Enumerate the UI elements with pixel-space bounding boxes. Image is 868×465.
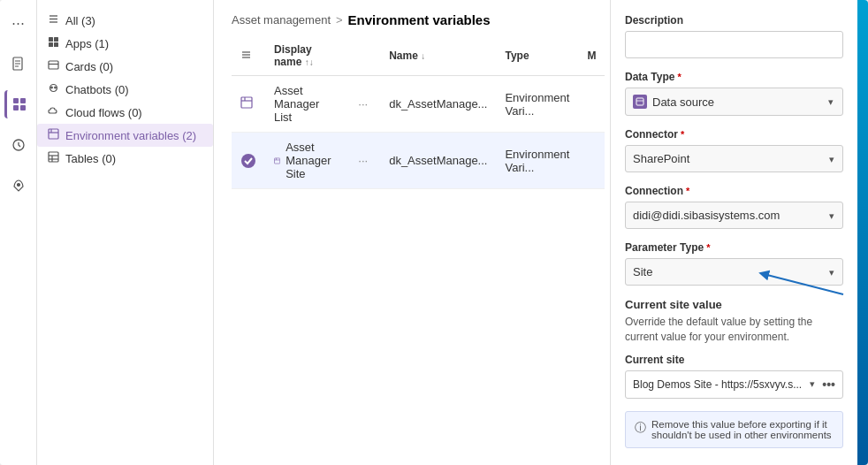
sidebar-item-cloud-flows[interactable]: Cloud flows (0) [37,101,213,124]
sidebar: All (3) Apps (1) Cards (0) Chatbots (0) … [37,0,214,465]
svg-rect-14 [54,37,58,42]
sidebar-item-tables[interactable]: Tables (0) [37,147,213,170]
table-cell-m-2 [578,133,605,189]
current-site-chevron-icon[interactable]: ▾ [810,378,815,390]
svg-rect-7 [20,105,26,111]
current-site-field: Current site Blog Demos Site - https://5… [625,354,843,399]
breadcrumb-parent[interactable]: Asset management [232,13,331,27]
table-header-name[interactable]: Name ↓ [380,36,496,76]
svg-rect-36 [275,157,280,163]
sidebar-item-env-vars[interactable]: Environment variables (2) [37,124,213,147]
icon-bar-page[interactable] [4,50,33,78]
svg-rect-25 [49,152,58,162]
icon-bar: ⋯ [0,0,37,465]
sidebar-item-all[interactable]: All (3) [37,9,213,32]
blue-edge [857,0,868,465]
table-row[interactable]: Asset Manager Site ··· dk_AssetManage...… [232,133,605,189]
svg-point-20 [51,87,53,88]
current-site-value-section: Current site value Override the default … [625,298,843,345]
table-header-spacer [346,36,380,76]
data-type-value: Data source [652,95,714,109]
sidebar-item-cards[interactable]: Cards (0) [37,55,213,78]
svg-point-35 [241,154,255,168]
table-header-m: M [578,36,605,76]
sidebar-item-apps-label: Apps (1) [65,37,109,50]
sidebar-item-env-vars-label: Environment variables (2) [65,129,196,142]
data-type-label: Data Type * [625,71,843,83]
svg-rect-15 [49,42,53,47]
icon-bar-rocket[interactable] [4,172,33,200]
sidebar-item-all-label: All (3) [65,14,95,27]
data-type-select[interactable]: Data source ▾ [625,88,843,116]
svg-rect-16 [54,42,58,47]
svg-rect-13 [49,37,53,42]
parameter-type-field: Parameter Type * Site ▾ [625,241,843,286]
icon-bar-dots[interactable]: ⋯ [4,9,33,37]
table-cell-display-name-2: Asset Manager Site [286,141,337,180]
connection-select[interactable]: didi@didi.sibasisystems.com [625,202,843,229]
current-site-value: Blog Demos Site - https://5sxvyv.s... [633,378,806,391]
svg-rect-39 [636,98,643,105]
icon-bar-history[interactable] [4,131,33,159]
table-row[interactable]: Asset Manager List ··· dk_AssetManage...… [232,76,605,133]
table-cell-name-2: dk_AssetManage... [380,133,496,189]
table-cell-dots-1[interactable]: ··· [346,76,380,133]
all-icon [48,13,59,27]
table-header-display-name[interactable]: Display name ↑↓ [265,36,346,76]
table-cell-dots-2[interactable]: ··· [346,133,380,189]
info-icon: ⓘ [635,420,646,436]
svg-rect-17 [49,61,58,69]
content-area: Asset management > Environment variables… [214,0,610,465]
description-field: Description [625,14,843,58]
connection-label: Connection * [625,185,843,197]
connector-select-wrapper: SharePoint ▾ [625,145,843,172]
info-box: ⓘ Remove this value before exporting if … [625,411,843,448]
connector-select[interactable]: SharePoint [625,145,843,172]
icon-bar-grid[interactable] [4,90,33,118]
svg-point-9 [17,184,19,187]
breadcrumb-current: Environment variables [348,12,491,27]
table-header-checkbox [232,36,265,76]
svg-rect-22 [49,129,58,139]
current-site-row: Blog Demos Site - https://5sxvyv.s... ▾ … [625,370,843,399]
current-site-more-icon[interactable]: ••• [822,377,835,392]
table-cell-display-name-1: Asset Manager List [265,76,346,133]
svg-point-21 [55,87,57,88]
data-type-field: Data Type * Data source ▾ [625,71,843,116]
parameter-type-label: Parameter Type * [625,241,843,254]
table-cell-name-1: dk_AssetManage... [380,76,496,133]
cards-icon [48,59,59,73]
tables-icon [48,151,59,165]
sidebar-item-cards-label: Cards (0) [65,60,113,73]
svg-rect-6 [13,105,19,111]
parameter-type-select[interactable]: Site [625,258,843,286]
breadcrumb: Asset management > Environment variables [214,0,610,36]
sidebar-item-apps[interactable]: Apps (1) [37,32,213,55]
table-container: Display name ↑↓ Name ↓ Type M [214,36,610,465]
current-site-label: Current site [625,354,843,366]
current-site-value-desc: Override the default value by setting th… [625,315,843,345]
table-cell-icon-2: Asset Manager Site [265,133,346,188]
data-type-chevron: ▾ [828,96,834,108]
description-input[interactable] [625,31,843,58]
table-cell-check-2 [232,133,265,189]
info-text: Remove this value before exporting if it… [651,419,834,440]
table-cell-icon-1 [232,76,265,133]
cloud-flows-icon [48,105,59,119]
sidebar-item-chatbots[interactable]: Chatbots (0) [37,78,213,101]
table-header-type: Type [496,36,578,76]
connector-field: Connector * SharePoint ▾ [625,128,843,172]
env-vars-icon [48,128,59,142]
svg-rect-32 [241,97,252,108]
apps-icon [48,36,59,50]
table-cell-m-1 [578,76,605,133]
table-cell-type-1: Environment Vari... [496,76,578,133]
connector-label: Connector * [625,128,843,141]
table-cell-type-2: Environment Vari... [496,133,578,189]
description-label: Description [625,14,843,27]
connection-field: Connection * didi@didi.sibasisystems.com… [625,185,843,229]
datasource-icon [633,95,647,109]
parameter-type-select-wrapper: Site ▾ [625,258,843,286]
sidebar-item-cloud-flows-label: Cloud flows (0) [65,106,142,119]
sidebar-item-chatbots-label: Chatbots (0) [65,83,129,96]
